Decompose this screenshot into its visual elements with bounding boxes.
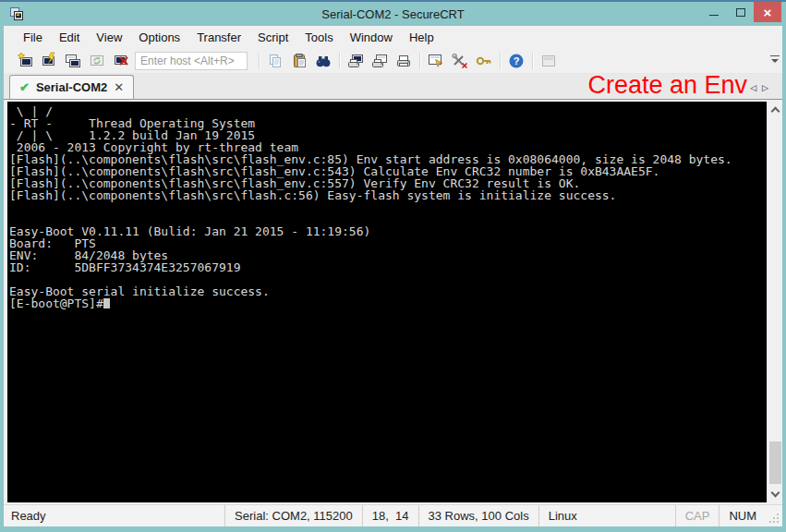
quick-connect-button[interactable] (37, 50, 61, 72)
terminal-prompt-line: [E-boot@PTS]# (9, 297, 767, 309)
print-icon (394, 52, 413, 70)
menu-help[interactable]: Help (401, 26, 442, 49)
disconnect-icon (112, 52, 130, 70)
maximize-button[interactable] (727, 2, 754, 22)
terminal-output: \ | / - RT - Thread Operating System / |… (9, 105, 767, 297)
toolbar-overflow-icon (770, 55, 780, 56)
menu-file[interactable]: File (15, 26, 51, 49)
quick-connect-icon (40, 52, 58, 70)
toolbar-separator (500, 53, 501, 69)
host-input[interactable] (135, 52, 248, 70)
terminal-cursor (103, 298, 110, 308)
web-help-icon (539, 52, 558, 70)
find-button[interactable] (311, 50, 335, 72)
help-button[interactable]: ? (504, 50, 528, 72)
svg-text:?: ? (514, 55, 520, 66)
web-help-button[interactable] (537, 50, 561, 72)
connect-in-tab-button[interactable] (61, 50, 85, 72)
close-button[interactable]: × (754, 2, 781, 22)
keygen-icon (475, 52, 493, 70)
window-title: Serial-COM2 - SecureCRT (0, 2, 786, 26)
maximize-icon (736, 8, 745, 17)
terminal-area: \ | / - RT - Thread Operating System / |… (4, 100, 782, 504)
tab-close-icon[interactable]: ✕ (114, 80, 124, 94)
global-options-icon (451, 52, 469, 70)
toolbar-separator (419, 53, 420, 69)
paste-button[interactable] (287, 50, 311, 72)
connect-dialog-button[interactable] (13, 50, 37, 72)
status-serial: Serial: COM2, 115200 (224, 505, 362, 526)
global-options-button[interactable] (448, 50, 472, 72)
toolbar-separator (259, 53, 260, 69)
auto-print-icon (370, 52, 389, 70)
status-cursor-position: 18, 14 (362, 505, 418, 526)
disconnect-button[interactable] (109, 50, 133, 72)
status-ready: Ready (4, 505, 224, 526)
print-session-button[interactable] (344, 50, 368, 72)
status-num-lock: NUM (719, 505, 766, 526)
close-icon: × (764, 5, 772, 20)
annotation-create-an-env: Create an Env (587, 72, 747, 98)
menu-transfer[interactable]: Transfer (188, 26, 249, 49)
minimize-button[interactable] (700, 2, 727, 22)
copy-button[interactable] (263, 50, 287, 72)
connect-dialog-icon (16, 52, 34, 70)
copy-icon (266, 52, 284, 70)
toolbar: ? (4, 49, 782, 74)
scrollbar-thumb[interactable] (769, 441, 781, 484)
menu-bar: File Edit View Options Transfer Script T… (4, 26, 782, 49)
app-icon (9, 6, 24, 21)
print-button[interactable] (392, 50, 416, 72)
scroll-down-icon[interactable] (770, 489, 780, 498)
securecrt-window: Serial-COM2 - SecureCRT × File Edit View… (0, 0, 786, 532)
tab-label: Serial-COM2 (36, 80, 107, 94)
resize-grip-icon (769, 514, 780, 524)
connected-check-icon: ✔ (19, 80, 30, 94)
menu-view[interactable]: View (88, 26, 130, 49)
status-emulation: Linux (538, 505, 675, 526)
connect-in-tab-icon (64, 52, 82, 70)
tab-scroll-left-icon[interactable]: ◁ (750, 84, 756, 92)
status-bar: Ready Serial: COM2, 115200 18, 14 33 Row… (4, 504, 782, 526)
menu-edit[interactable]: Edit (51, 26, 88, 49)
menu-window[interactable]: Window (342, 26, 401, 49)
session-options-button[interactable] (424, 50, 448, 72)
menu-tools[interactable]: Tools (296, 26, 341, 49)
auto-print-button[interactable] (368, 50, 392, 72)
print-session-icon (346, 52, 365, 70)
help-icon: ? (507, 52, 526, 70)
minimize-icon (709, 15, 719, 16)
vertical-scrollbar[interactable] (767, 102, 782, 502)
paste-icon (290, 52, 308, 70)
menu-script[interactable]: Script (249, 26, 296, 49)
reconnect-button[interactable] (85, 50, 109, 72)
reconnect-icon (88, 52, 106, 70)
scroll-up-icon[interactable] (770, 107, 780, 116)
find-icon (314, 52, 333, 70)
tab-serial-com2[interactable]: ✔ Serial-COM2 ✕ (9, 75, 134, 99)
status-grid-size: 33 Rows, 100 Cols (418, 505, 538, 526)
keygen-button[interactable] (472, 50, 496, 72)
tab-scroll-right-icon[interactable]: ▷ (762, 84, 768, 92)
terminal[interactable]: \ | / - RT - Thread Operating System / |… (7, 102, 767, 502)
title-bar: Serial-COM2 - SecureCRT × (0, 0, 786, 26)
terminal-prompt: [E-boot@PTS]# (9, 296, 103, 310)
resize-grip[interactable] (766, 505, 782, 526)
status-caps-lock: CAP (675, 505, 719, 526)
toolbar-separator (532, 53, 533, 69)
toolbar-overflow-button[interactable] (770, 55, 780, 63)
menu-options[interactable]: Options (130, 26, 188, 49)
toolbar-separator (339, 53, 340, 69)
session-options-icon (427, 52, 445, 70)
